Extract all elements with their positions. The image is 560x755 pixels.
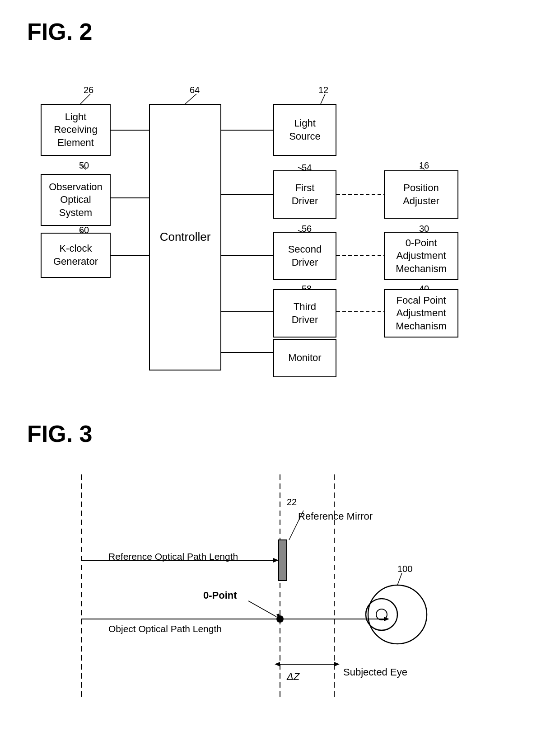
ref-26: 26 [84,85,93,95]
ref-100: 100 [397,564,412,574]
delta-z-label: ΔZ [287,671,299,683]
fig3-label: FIG. 3 [27,420,533,447]
svg-line-0 [80,94,90,104]
reference-optical-label: Reference Optical Path Length [108,551,238,562]
fig2-diagram: 26 64 12 50 54 16 60 56 30 58 40 62 Ligh… [27,59,524,393]
fig3-diagram: 22 Reference Mirror Reference Optical Pa… [27,461,524,714]
k-clock-box: K-clock Generator [41,233,111,278]
subjected-eye-label: Subjected Eye [343,666,407,678]
light-source-box: Light Source [273,104,336,156]
ref-64: 64 [190,85,200,95]
ref-16: 16 [419,160,429,171]
ref-22: 22 [287,497,297,507]
svg-marker-42 [275,662,280,666]
ref-50: 50 [79,160,89,171]
svg-line-2 [321,94,325,104]
svg-line-1 [185,94,196,104]
object-optical-label: Object Optical Path Length [108,624,222,634]
observation-optical-box: Observation Optical System [41,174,111,226]
zero-point-box: 0-Point Adjustment Mechanism [384,232,458,280]
third-driver-box: Third Driver [273,289,336,338]
svg-point-46 [376,609,387,620]
position-adjuster-box: Position Adjuster [384,170,458,219]
reference-mirror-label: Reference Mirror [298,511,373,522]
controller-box: Controller [149,104,221,370]
zero-point-label: 0-Point [203,590,237,601]
svg-marker-38 [273,558,279,563]
svg-marker-43 [334,662,340,666]
fig2-label: FIG. 2 [27,18,533,45]
svg-line-49 [248,601,276,617]
monitor-box: Monitor [273,339,336,377]
focal-point-box: Focal Point Adjustment Mechanism [384,289,458,338]
ref-12: 12 [318,85,328,95]
svg-point-45 [366,599,397,630]
first-driver-box: First Driver [273,170,336,219]
light-receiving-box: Light Receiving Element [41,104,111,156]
svg-rect-39 [279,540,287,581]
svg-line-48 [397,573,402,585]
second-driver-box: Second Driver [273,232,336,280]
